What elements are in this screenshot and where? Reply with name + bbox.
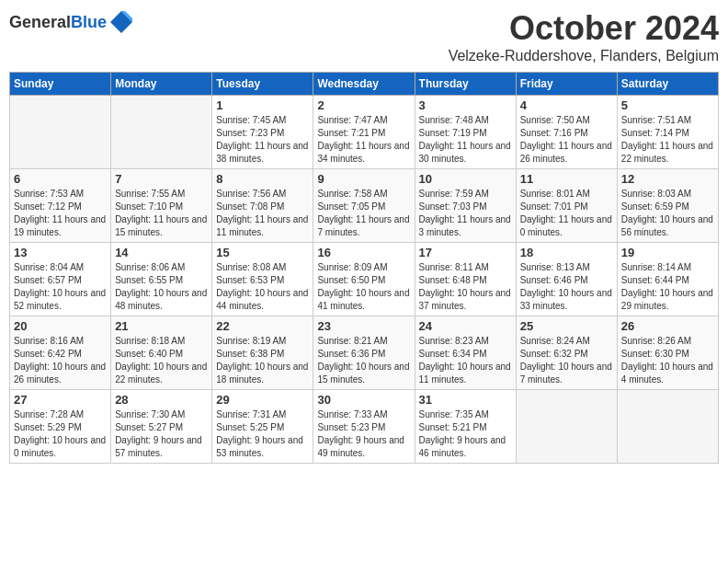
weekday-header: Thursday (415, 73, 516, 96)
calendar-cell: 4Sunrise: 7:50 AM Sunset: 7:16 PM Daylig… (516, 96, 617, 169)
logo-general: GeneralBlue (9, 13, 107, 32)
calendar-cell: 24Sunrise: 8:23 AM Sunset: 6:34 PM Dayli… (415, 316, 516, 390)
day-number: 23 (317, 319, 410, 333)
day-info: Sunrise: 7:33 AM Sunset: 5:23 PM Dayligh… (317, 408, 410, 460)
day-number: 30 (317, 393, 410, 407)
day-number: 29 (216, 393, 309, 407)
calendar-week-row: 27Sunrise: 7:28 AM Sunset: 5:29 PM Dayli… (10, 390, 719, 464)
calendar-cell: 20Sunrise: 8:16 AM Sunset: 6:42 PM Dayli… (10, 316, 111, 390)
day-number: 11 (520, 172, 613, 186)
calendar-cell: 13Sunrise: 8:04 AM Sunset: 6:57 PM Dayli… (10, 243, 111, 316)
calendar-cell: 18Sunrise: 8:13 AM Sunset: 6:46 PM Dayli… (516, 243, 617, 316)
day-info: Sunrise: 7:35 AM Sunset: 5:21 PM Dayligh… (419, 408, 512, 460)
day-info: Sunrise: 8:06 AM Sunset: 6:55 PM Dayligh… (115, 261, 208, 313)
day-number: 27 (14, 393, 107, 407)
calendar-cell: 2Sunrise: 7:47 AM Sunset: 7:21 PM Daylig… (313, 96, 415, 169)
calendar-cell: 15Sunrise: 8:08 AM Sunset: 6:53 PM Dayli… (212, 243, 313, 316)
weekday-header: Wednesday (313, 73, 415, 96)
calendar-cell: 10Sunrise: 7:59 AM Sunset: 7:03 PM Dayli… (415, 169, 516, 243)
day-number: 18 (520, 246, 613, 259)
day-info: Sunrise: 8:11 AM Sunset: 6:48 PM Dayligh… (419, 261, 512, 313)
day-info: Sunrise: 8:23 AM Sunset: 6:34 PM Dayligh… (419, 335, 512, 386)
header-row: SundayMondayTuesdayWednesdayThursdayFrid… (10, 73, 719, 96)
page-header: GeneralBlue October 2024 Velzeke-Rudders… (9, 9, 719, 64)
calendar-body: 1Sunrise: 7:45 AM Sunset: 7:23 PM Daylig… (10, 96, 719, 464)
day-info: Sunrise: 7:51 AM Sunset: 7:14 PM Dayligh… (621, 114, 714, 166)
calendar-cell: 3Sunrise: 7:48 AM Sunset: 7:19 PM Daylig… (415, 96, 516, 169)
weekday-header: Saturday (617, 73, 718, 96)
day-number: 13 (14, 246, 107, 259)
calendar-cell: 30Sunrise: 7:33 AM Sunset: 5:23 PM Dayli… (313, 390, 415, 464)
day-info: Sunrise: 7:55 AM Sunset: 7:10 PM Dayligh… (115, 188, 208, 239)
day-info: Sunrise: 7:53 AM Sunset: 7:12 PM Dayligh… (14, 188, 107, 239)
calendar-cell (10, 96, 111, 169)
calendar-cell: 26Sunrise: 8:26 AM Sunset: 6:30 PM Dayli… (617, 316, 718, 390)
day-info: Sunrise: 8:16 AM Sunset: 6:42 PM Dayligh… (14, 335, 107, 386)
svg-marker-0 (110, 11, 132, 33)
day-number: 8 (216, 172, 309, 186)
calendar-cell: 28Sunrise: 7:30 AM Sunset: 5:27 PM Dayli… (111, 390, 212, 464)
day-number: 5 (621, 98, 714, 112)
calendar-cell: 27Sunrise: 7:28 AM Sunset: 5:29 PM Dayli… (10, 390, 111, 464)
day-info: Sunrise: 8:24 AM Sunset: 6:32 PM Dayligh… (520, 335, 613, 386)
logo: GeneralBlue (9, 9, 134, 35)
calendar-cell: 29Sunrise: 7:31 AM Sunset: 5:25 PM Dayli… (212, 390, 313, 464)
day-number: 1 (216, 98, 309, 112)
day-number: 31 (419, 393, 512, 407)
logo-icon (108, 9, 134, 35)
day-info: Sunrise: 7:28 AM Sunset: 5:29 PM Dayligh… (14, 408, 107, 460)
day-number: 10 (419, 172, 512, 186)
calendar-week-row: 1Sunrise: 7:45 AM Sunset: 7:23 PM Daylig… (10, 96, 719, 169)
day-info: Sunrise: 7:59 AM Sunset: 7:03 PM Dayligh… (419, 188, 512, 239)
calendar-cell: 11Sunrise: 8:01 AM Sunset: 7:01 PM Dayli… (516, 169, 617, 243)
day-info: Sunrise: 8:04 AM Sunset: 6:57 PM Dayligh… (14, 261, 107, 313)
day-number: 14 (115, 246, 208, 259)
calendar-cell: 7Sunrise: 7:55 AM Sunset: 7:10 PM Daylig… (111, 169, 212, 243)
calendar-cell: 9Sunrise: 7:58 AM Sunset: 7:05 PM Daylig… (313, 169, 415, 243)
calendar-cell: 14Sunrise: 8:06 AM Sunset: 6:55 PM Dayli… (111, 243, 212, 316)
day-number: 20 (14, 319, 107, 333)
day-info: Sunrise: 8:26 AM Sunset: 6:30 PM Dayligh… (621, 335, 714, 386)
day-number: 25 (520, 319, 613, 333)
calendar-table: SundayMondayTuesdayWednesdayThursdayFrid… (9, 72, 719, 464)
calendar-cell: 12Sunrise: 8:03 AM Sunset: 6:59 PM Dayli… (617, 169, 718, 243)
day-info: Sunrise: 7:47 AM Sunset: 7:21 PM Dayligh… (317, 114, 410, 166)
day-number: 4 (520, 98, 613, 112)
day-number: 19 (621, 246, 714, 259)
day-info: Sunrise: 8:09 AM Sunset: 6:50 PM Dayligh… (317, 261, 410, 313)
month-title: October 2024 (449, 9, 719, 48)
calendar-cell: 1Sunrise: 7:45 AM Sunset: 7:23 PM Daylig… (212, 96, 313, 169)
day-number: 24 (419, 319, 512, 333)
day-info: Sunrise: 8:19 AM Sunset: 6:38 PM Dayligh… (216, 335, 309, 386)
day-number: 9 (317, 172, 410, 186)
weekday-header: Sunday (10, 73, 111, 96)
weekday-header: Monday (111, 73, 212, 96)
title-block: October 2024 Velzeke-Ruddershove, Flande… (449, 9, 719, 64)
calendar-cell: 16Sunrise: 8:09 AM Sunset: 6:50 PM Dayli… (313, 243, 415, 316)
calendar-cell: 21Sunrise: 8:18 AM Sunset: 6:40 PM Dayli… (111, 316, 212, 390)
day-number: 15 (216, 246, 309, 259)
day-info: Sunrise: 8:01 AM Sunset: 7:01 PM Dayligh… (520, 188, 613, 239)
calendar-cell (617, 390, 718, 464)
day-number: 2 (317, 98, 410, 112)
day-info: Sunrise: 7:31 AM Sunset: 5:25 PM Dayligh… (216, 408, 309, 460)
calendar-cell: 8Sunrise: 7:56 AM Sunset: 7:08 PM Daylig… (212, 169, 313, 243)
day-number: 6 (14, 172, 107, 186)
weekday-header: Friday (516, 73, 617, 96)
day-info: Sunrise: 8:21 AM Sunset: 6:36 PM Dayligh… (317, 335, 410, 386)
calendar-cell (111, 96, 212, 169)
day-info: Sunrise: 8:14 AM Sunset: 6:44 PM Dayligh… (621, 261, 714, 313)
day-info: Sunrise: 7:58 AM Sunset: 7:05 PM Dayligh… (317, 188, 410, 239)
calendar-cell: 31Sunrise: 7:35 AM Sunset: 5:21 PM Dayli… (415, 390, 516, 464)
day-info: Sunrise: 7:30 AM Sunset: 5:27 PM Dayligh… (115, 408, 208, 460)
day-number: 21 (115, 319, 208, 333)
calendar-week-row: 6Sunrise: 7:53 AM Sunset: 7:12 PM Daylig… (10, 169, 719, 243)
location-title: Velzeke-Ruddershove, Flanders, Belgium (449, 48, 719, 64)
weekday-header: Tuesday (212, 73, 313, 96)
calendar-cell: 25Sunrise: 8:24 AM Sunset: 6:32 PM Dayli… (516, 316, 617, 390)
calendar-cell: 23Sunrise: 8:21 AM Sunset: 6:36 PM Dayli… (313, 316, 415, 390)
day-number: 7 (115, 172, 208, 186)
day-info: Sunrise: 8:08 AM Sunset: 6:53 PM Dayligh… (216, 261, 309, 313)
calendar-week-row: 20Sunrise: 8:16 AM Sunset: 6:42 PM Dayli… (10, 316, 719, 390)
day-number: 16 (317, 246, 410, 259)
